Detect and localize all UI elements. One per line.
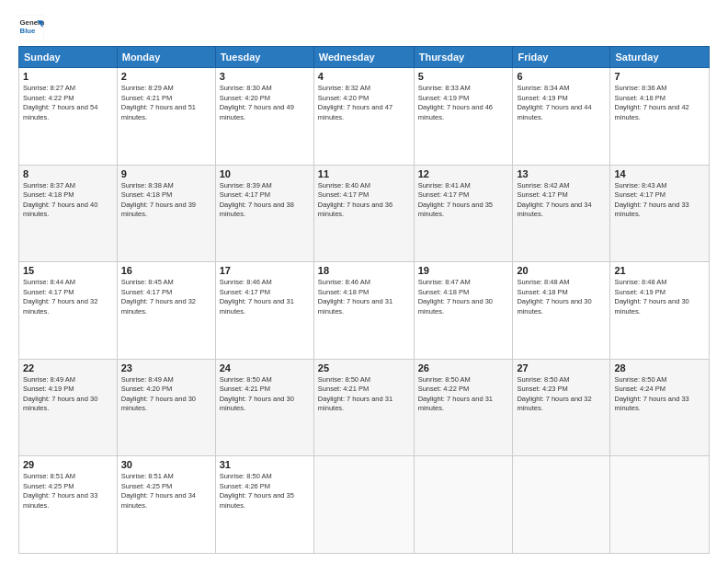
sunset-label: Sunset: 4:20 PM [220,94,270,102]
daylight-label: Daylight: 7 hours and 34 minutes. [517,201,591,219]
day-info: Sunrise: 8:40 AM Sunset: 4:17 PM Dayligh… [318,181,410,220]
calendar-cell: 2 Sunrise: 8:29 AM Sunset: 4:21 PM Dayli… [117,68,215,166]
daylight-label: Daylight: 7 hours and 35 minutes. [418,201,493,219]
sunset-label: Sunset: 4:24 PM [614,385,665,393]
calendar-cell: 26 Sunrise: 8:50 AM Sunset: 4:22 PM Dayl… [414,359,513,456]
sunrise-label: Sunrise: 8:47 AM [418,278,471,286]
day-info: Sunrise: 8:51 AM Sunset: 4:25 PM Dayligh… [121,472,211,511]
daylight-label: Daylight: 7 hours and 42 minutes. [614,103,688,121]
sunset-label: Sunset: 4:17 PM [121,288,172,296]
day-info: Sunrise: 8:50 AM Sunset: 4:22 PM Dayligh… [418,375,509,414]
daylight-label: Daylight: 7 hours and 38 minutes. [220,201,294,219]
daylight-label: Daylight: 7 hours and 30 minutes. [418,297,493,316]
calendar-cell: 6 Sunrise: 8:34 AM Sunset: 4:19 PM Dayli… [513,68,610,166]
day-number: 15 [23,265,113,276]
day-number: 8 [23,168,113,179]
daylight-label: Daylight: 7 hours and 44 minutes. [517,103,591,121]
day-info: Sunrise: 8:46 AM Sunset: 4:18 PM Dayligh… [318,278,410,316]
sunset-label: Sunset: 4:18 PM [614,94,665,102]
sunset-label: Sunset: 4:17 PM [23,288,74,296]
daylight-label: Daylight: 7 hours and 49 minutes. [220,103,294,121]
daylight-label: Daylight: 7 hours and 31 minutes. [220,297,294,316]
calendar-cell: 23 Sunrise: 8:49 AM Sunset: 4:20 PM Dayl… [117,359,215,456]
sunrise-label: Sunrise: 8:40 AM [318,181,370,190]
day-info: Sunrise: 8:36 AM Sunset: 4:18 PM Dayligh… [614,84,705,122]
sunset-label: Sunset: 4:18 PM [121,190,172,199]
sunset-label: Sunset: 4:17 PM [418,190,469,199]
sunrise-label: Sunrise: 8:38 AM [121,181,174,190]
sunset-label: Sunset: 4:21 PM [220,385,270,393]
sunrise-label: Sunrise: 8:51 AM [23,472,75,480]
calendar-cell: 19 Sunrise: 8:47 AM Sunset: 4:18 PM Dayl… [414,262,513,360]
day-info: Sunrise: 8:43 AM Sunset: 4:17 PM Dayligh… [614,181,705,220]
calendar-cell: 27 Sunrise: 8:50 AM Sunset: 4:23 PM Dayl… [513,359,610,456]
day-number: 18 [318,265,410,276]
svg-text:Blue: Blue [20,27,37,35]
sunset-label: Sunset: 4:20 PM [121,385,172,393]
calendar-cell: 14 Sunrise: 8:43 AM Sunset: 4:17 PM Dayl… [610,165,710,262]
day-number: 25 [318,362,410,373]
col-header-saturday: Saturday [610,47,710,68]
calendar-cell: 3 Sunrise: 8:30 AM Sunset: 4:20 PM Dayli… [215,68,313,166]
col-header-friday: Friday [513,47,610,68]
day-info: Sunrise: 8:50 AM Sunset: 4:21 PM Dayligh… [318,375,410,414]
sunset-label: Sunset: 4:26 PM [220,482,270,490]
day-number: 28 [614,362,705,373]
daylight-label: Daylight: 7 hours and 32 minutes. [517,395,591,413]
sunset-label: Sunset: 4:23 PM [517,385,567,393]
calendar-cell: 24 Sunrise: 8:50 AM Sunset: 4:21 PM Dayl… [215,359,313,456]
calendar-cell: 12 Sunrise: 8:41 AM Sunset: 4:17 PM Dayl… [414,165,513,262]
day-info: Sunrise: 8:33 AM Sunset: 4:19 PM Dayligh… [418,84,509,122]
calendar-cell: 16 Sunrise: 8:45 AM Sunset: 4:17 PM Dayl… [117,262,215,360]
sunrise-label: Sunrise: 8:44 AM [23,278,75,286]
day-info: Sunrise: 8:39 AM Sunset: 4:17 PM Dayligh… [220,181,310,220]
sunset-label: Sunset: 4:19 PM [614,288,665,296]
calendar-cell: 8 Sunrise: 8:37 AM Sunset: 4:18 PM Dayli… [19,165,118,262]
sunrise-label: Sunrise: 8:50 AM [220,375,272,384]
day-info: Sunrise: 8:29 AM Sunset: 4:21 PM Dayligh… [121,84,211,122]
day-number: 20 [517,265,606,276]
day-number: 10 [220,168,310,179]
day-info: Sunrise: 8:49 AM Sunset: 4:20 PM Dayligh… [121,375,211,414]
daylight-label: Daylight: 7 hours and 47 minutes. [318,103,392,121]
calendar-cell: 29 Sunrise: 8:51 AM Sunset: 4:25 PM Dayl… [19,456,118,554]
day-number: 11 [318,168,410,179]
calendar-cell: 28 Sunrise: 8:50 AM Sunset: 4:24 PM Dayl… [610,359,710,456]
sunrise-label: Sunrise: 8:36 AM [614,84,666,92]
day-info: Sunrise: 8:48 AM Sunset: 4:19 PM Dayligh… [614,278,705,316]
day-info: Sunrise: 8:50 AM Sunset: 4:26 PM Dayligh… [220,472,310,511]
sunset-label: Sunset: 4:22 PM [23,94,74,102]
calendar-cell: 4 Sunrise: 8:32 AM Sunset: 4:20 PM Dayli… [313,68,414,166]
sunset-label: Sunset: 4:17 PM [318,190,369,199]
calendar-cell: 18 Sunrise: 8:46 AM Sunset: 4:18 PM Dayl… [313,262,414,360]
daylight-label: Daylight: 7 hours and 34 minutes. [121,491,196,510]
day-number: 19 [418,265,509,276]
col-header-thursday: Thursday [414,47,513,68]
sunset-label: Sunset: 4:20 PM [318,94,369,102]
calendar-cell [313,456,414,554]
day-number: 14 [614,168,705,179]
sunset-label: Sunset: 4:17 PM [517,190,567,199]
sunset-label: Sunset: 4:19 PM [418,94,469,102]
sunset-label: Sunset: 4:19 PM [23,385,74,393]
day-number: 4 [318,71,410,82]
day-number: 24 [220,362,310,373]
day-info: Sunrise: 8:47 AM Sunset: 4:18 PM Dayligh… [418,278,509,316]
day-number: 5 [418,71,509,82]
sunrise-label: Sunrise: 8:50 AM [517,375,569,384]
daylight-label: Daylight: 7 hours and 35 minutes. [220,491,294,510]
sunrise-label: Sunrise: 8:37 AM [23,181,75,190]
calendar-cell [513,456,610,554]
day-number: 1 [23,71,113,82]
day-number: 29 [23,459,113,470]
sunrise-label: Sunrise: 8:49 AM [23,375,75,384]
day-number: 9 [121,168,211,179]
day-number: 17 [220,265,310,276]
sunset-label: Sunset: 4:17 PM [220,288,270,296]
day-number: 6 [517,71,606,82]
calendar-cell: 5 Sunrise: 8:33 AM Sunset: 4:19 PM Dayli… [414,68,513,166]
day-number: 21 [614,265,705,276]
calendar-cell: 11 Sunrise: 8:40 AM Sunset: 4:17 PM Dayl… [313,165,414,262]
daylight-label: Daylight: 7 hours and 51 minutes. [121,103,196,121]
day-number: 2 [121,71,211,82]
